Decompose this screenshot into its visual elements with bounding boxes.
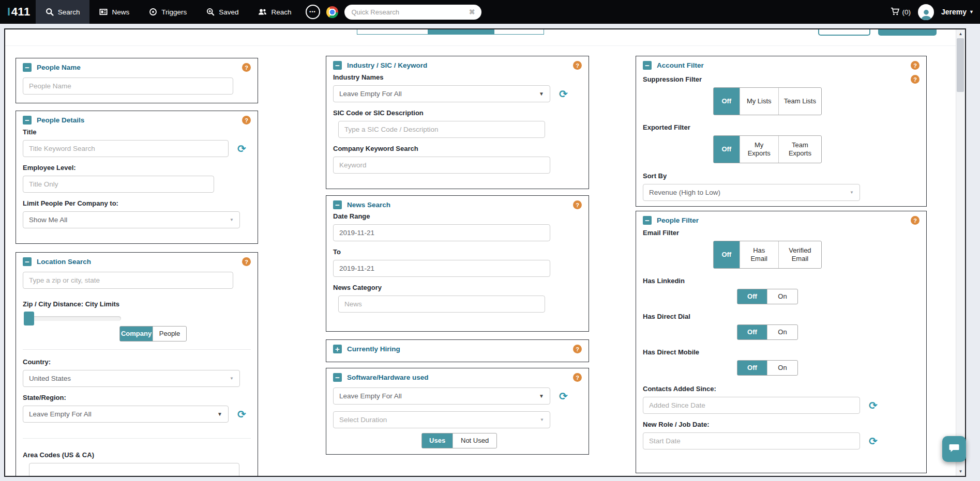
- toggle-uses[interactable]: Uses: [422, 433, 453, 448]
- collapse-icon[interactable]: −: [333, 200, 342, 209]
- toggle-team-exports[interactable]: Team Exports: [778, 136, 821, 163]
- nav-item-label: News: [112, 8, 129, 16]
- employee-level-input[interactable]: [23, 176, 214, 193]
- refresh-icon[interactable]: ⟳: [559, 89, 568, 99]
- collapse-icon[interactable]: −: [23, 116, 32, 125]
- added-since-input[interactable]: [643, 397, 860, 414]
- zip-city-input[interactable]: [23, 272, 233, 289]
- field-label: Country:: [23, 358, 251, 366]
- news-category-input[interactable]: [338, 296, 545, 313]
- toggle-on[interactable]: On: [767, 289, 797, 304]
- toggle-off[interactable]: Off: [737, 325, 767, 339]
- partial-outline-button[interactable]: [818, 29, 870, 36]
- refresh-icon[interactable]: ⟳: [869, 400, 878, 411]
- partial-tab[interactable]: [357, 29, 428, 35]
- vertical-scrollbar[interactable]: ▲ ▼: [956, 29, 965, 476]
- clear-icon[interactable]: ✖: [469, 8, 475, 16]
- software-select[interactable]: Leave Empty For All ▼: [333, 387, 550, 405]
- toggle-has-email[interactable]: Has Email: [740, 241, 778, 268]
- help-icon[interactable]: ?: [911, 75, 919, 84]
- collapse-icon[interactable]: −: [643, 61, 652, 70]
- date-to-input[interactable]: [333, 260, 550, 277]
- toggle-off[interactable]: Off: [737, 289, 767, 304]
- toggle-off[interactable]: Off: [714, 241, 740, 268]
- collapse-icon[interactable]: −: [333, 61, 342, 70]
- help-icon[interactable]: ?: [573, 200, 582, 209]
- nav-item-search[interactable]: Search: [36, 0, 90, 24]
- partial-primary-button[interactable]: [878, 29, 937, 36]
- scrollbar-thumb[interactable]: [957, 38, 964, 92]
- help-icon[interactable]: ?: [242, 257, 251, 266]
- title-keyword-input[interactable]: [23, 140, 229, 157]
- country-select[interactable]: United States ▼: [23, 370, 240, 387]
- distance-slider[interactable]: [24, 316, 121, 321]
- scroll-up-arrow[interactable]: ▲: [956, 30, 965, 38]
- toggle-verified-email[interactable]: Verified Email: [778, 241, 821, 268]
- toggle-on[interactable]: On: [767, 361, 797, 375]
- toggle-my-lists[interactable]: My Lists: [740, 88, 778, 115]
- chrome-icon[interactable]: [326, 6, 338, 18]
- avatar[interactable]: [918, 4, 934, 20]
- scroll-down-arrow[interactable]: ▼: [956, 468, 965, 475]
- refresh-icon[interactable]: ⟳: [237, 144, 246, 154]
- sort-by-select[interactable]: Revenue (High to Low) ▼: [643, 184, 860, 201]
- panel-people-name: − People Name ?: [16, 58, 258, 103]
- toggle-on[interactable]: On: [767, 325, 797, 339]
- toggle-off[interactable]: Off: [714, 88, 740, 115]
- company-people-toggle: Company People: [119, 326, 187, 342]
- collapse-icon[interactable]: −: [23, 63, 32, 72]
- nav-item-triggers[interactable]: Triggers: [139, 0, 197, 24]
- help-icon[interactable]: ?: [911, 216, 919, 225]
- toggle-team-lists[interactable]: Team Lists: [778, 88, 821, 115]
- area-codes-input[interactable]: [29, 463, 239, 477]
- toggle-my-exports[interactable]: My Exports: [740, 136, 778, 163]
- duration-select[interactable]: Select Duration ▼: [333, 411, 550, 428]
- nav-item-news[interactable]: News: [89, 0, 139, 24]
- refresh-icon[interactable]: ⟳: [237, 409, 246, 420]
- expand-icon[interactable]: +: [333, 345, 342, 353]
- industry-names-select[interactable]: Leave Empty For All ▼: [333, 85, 550, 102]
- collapse-icon[interactable]: −: [23, 257, 32, 266]
- more-icon[interactable]: •••: [306, 5, 320, 19]
- company-keyword-input[interactable]: [333, 157, 550, 174]
- toggle-off[interactable]: Off: [714, 136, 740, 163]
- chat-widget-button[interactable]: [942, 436, 966, 462]
- help-icon[interactable]: ?: [573, 345, 582, 353]
- date-from-input[interactable]: [333, 224, 550, 241]
- quick-research-box[interactable]: ✖: [344, 5, 481, 20]
- help-icon[interactable]: ?: [573, 373, 582, 382]
- help-icon[interactable]: ?: [911, 61, 919, 70]
- help-icon[interactable]: ?: [242, 63, 251, 72]
- sic-code-input[interactable]: [338, 121, 545, 138]
- help-icon[interactable]: ?: [242, 116, 251, 125]
- panel-title: People Details: [37, 116, 84, 124]
- field-label: Sort By: [643, 172, 919, 180]
- nav-item-reach[interactable]: Reach: [248, 0, 301, 24]
- help-icon[interactable]: ?: [573, 61, 582, 70]
- toggle-people[interactable]: People: [153, 327, 186, 341]
- collapse-icon[interactable]: −: [333, 373, 342, 382]
- nav-item-saved[interactable]: Saved: [197, 0, 248, 24]
- field-label: Limit People Per Company to:: [23, 199, 251, 207]
- chevron-down-icon: ▼: [230, 218, 234, 222]
- toggle-not-used[interactable]: Not Used: [453, 433, 496, 448]
- quick-research-input[interactable]: [351, 8, 469, 17]
- limit-per-company-select[interactable]: Show Me All ▼: [23, 211, 240, 228]
- cart-button[interactable]: (0): [891, 7, 911, 17]
- toggle-company[interactable]: Company: [120, 327, 153, 341]
- slider-handle[interactable]: [24, 312, 34, 325]
- field-label: Contacts Added Since:: [643, 385, 919, 393]
- refresh-icon[interactable]: ⟳: [559, 391, 568, 401]
- state-region-select[interactable]: Leave Empty For All ▼: [23, 406, 229, 423]
- partial-tab[interactable]: [494, 29, 544, 35]
- app-logo[interactable]: I411: [7, 0, 31, 24]
- user-menu[interactable]: Jeremy ▼: [941, 8, 974, 16]
- people-name-input[interactable]: [23, 77, 233, 95]
- partial-tab-active[interactable]: [428, 29, 494, 35]
- toggle-off[interactable]: Off: [737, 361, 767, 375]
- refresh-icon[interactable]: ⟳: [869, 436, 878, 446]
- collapse-icon[interactable]: −: [643, 216, 652, 225]
- panel-title: Currently Hiring: [347, 345, 400, 353]
- start-date-input[interactable]: [643, 432, 860, 449]
- field-label: State/Region:: [23, 394, 251, 401]
